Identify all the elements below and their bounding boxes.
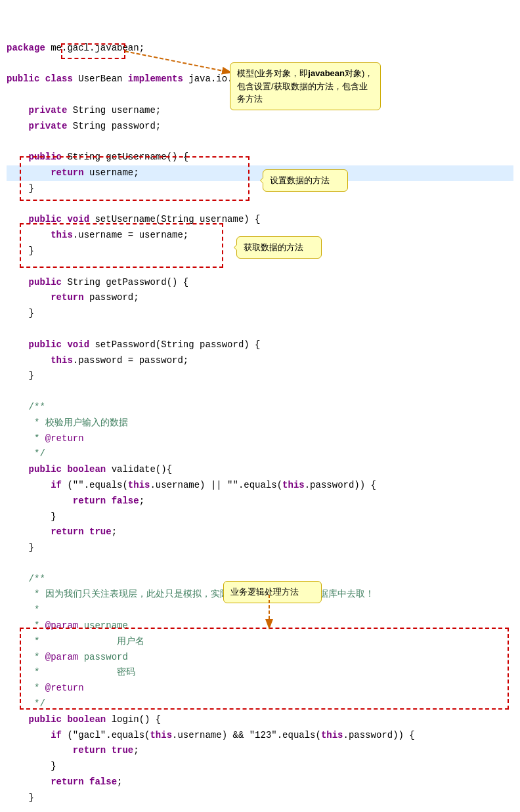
token [84, 777, 89, 787]
token [7, 230, 51, 240]
token: return [73, 745, 106, 756]
token: public [29, 214, 62, 224]
code-line-28: public boolean validate(){ [7, 462, 513, 478]
token [7, 714, 29, 725]
token: String getPassword() { [62, 277, 188, 288]
token: return [51, 526, 83, 537]
code-line-29: if ("".equals(this.username) || "".equal… [7, 478, 513, 494]
code-line-43: */ [7, 696, 513, 712]
token: String username; [67, 105, 161, 116]
token: setPassword(String password) { [89, 339, 260, 350]
token [84, 526, 89, 537]
token: .password)) { [305, 480, 376, 490]
token: public [29, 277, 62, 288]
token: setUsername(String username) { [89, 214, 260, 224]
token: return [51, 292, 83, 303]
token: */ [7, 448, 45, 459]
token: public [29, 339, 62, 350]
token: return [51, 167, 83, 178]
setter-tooltip: 设置数据的方法 [263, 169, 348, 192]
business-tooltip: 业务逻辑处理方法 [223, 581, 322, 603]
token: public [7, 74, 39, 84]
token: .username = username; [73, 230, 188, 240]
token: .password = password; [73, 355, 188, 366]
code-line-34 [7, 556, 513, 572]
token [7, 496, 73, 506]
token: public [29, 714, 62, 725]
token [7, 105, 29, 116]
token: private [29, 105, 68, 116]
setter-tooltip-text: 设置数据的方法 [270, 175, 330, 185]
code-viewer: package me.gacl.javabean; public class U… [0, 7, 520, 812]
token: me.gacl.javabean; [45, 43, 144, 53]
token [106, 496, 111, 506]
token: validate(){ [106, 464, 172, 475]
code-line-15 [7, 259, 513, 275]
token: ("".equals( [62, 480, 128, 490]
code-line-21: this.password = password; [7, 353, 513, 369]
token: boolean [67, 464, 106, 475]
model-tooltip-text: 模型(业务对象，即javabean对象)，包含设置/获取数据的方法，包含业务方法 [237, 68, 373, 104]
code-line-26: * @return [7, 431, 513, 447]
token: username; [84, 167, 139, 178]
token: private [29, 121, 68, 131]
code-line-42: * @return [7, 681, 513, 696]
token: ; [112, 526, 117, 537]
token: * [7, 683, 45, 693]
token: if [51, 480, 62, 490]
code-line-16: public String getPassword() { [7, 275, 513, 291]
code-line-23 [7, 384, 513, 400]
token: String password; [67, 121, 161, 131]
token: boolean [67, 714, 106, 725]
token [7, 745, 73, 756]
token: login() { [106, 714, 161, 725]
token: public [29, 152, 62, 162]
token: } [7, 542, 34, 553]
token: password [78, 652, 128, 662]
token: @param [45, 652, 78, 662]
token: } [7, 761, 56, 771]
token: implements [128, 74, 183, 84]
token [7, 355, 51, 366]
code-line-50 [7, 806, 513, 812]
token: } [7, 792, 34, 803]
code-line-12: public void setUsername(String username)… [7, 212, 513, 228]
token: this [128, 480, 150, 490]
code-line-20: public void setPassword(String password)… [7, 337, 513, 353]
token [7, 730, 51, 740]
code-line-38: * @param username [7, 618, 513, 634]
token [7, 277, 29, 288]
code-line-46: return true; [7, 743, 513, 759]
token [39, 74, 45, 84]
token: if [51, 730, 62, 740]
code-line-48: return false; [7, 775, 513, 790]
token: false [89, 777, 117, 787]
code-line-30: return false; [7, 494, 513, 509]
token: class [45, 74, 73, 84]
model-tooltip: 模型(业务对象，即javabean对象)，包含设置/获取数据的方法，包含业务方法 [230, 62, 381, 110]
token: * [7, 652, 45, 662]
token: username [78, 620, 128, 631]
token: package [7, 43, 45, 53]
token: } [7, 246, 34, 256]
token: /** [7, 402, 45, 412]
token: false [112, 496, 139, 506]
token: * [7, 605, 39, 615]
token: * 用户名 [7, 636, 144, 647]
token: * 校验用户输入的数据 [7, 417, 128, 428]
token [7, 480, 51, 490]
code-line-40: * @param password [7, 650, 513, 666]
token: @return [45, 433, 84, 444]
token [7, 777, 51, 787]
code-line-32: return true; [7, 524, 513, 540]
token: /** [7, 574, 45, 584]
token: void [67, 214, 89, 224]
code-line-47: } [7, 759, 513, 775]
code-line-8: public String getUsername() { [7, 150, 513, 165]
token [7, 121, 29, 131]
code-line-27: */ [7, 446, 513, 462]
token: } [7, 370, 34, 381]
code-line-19 [7, 322, 513, 337]
token: @param [45, 620, 78, 631]
token: this [51, 355, 73, 366]
